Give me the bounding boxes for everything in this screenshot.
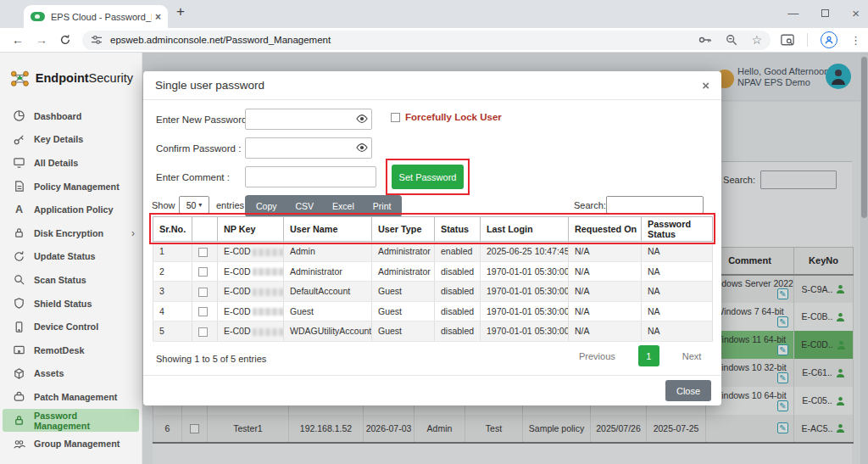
dashboard-icon xyxy=(13,109,25,122)
url-text: epsweb.adminconsole.net/Password_Managem… xyxy=(110,35,698,45)
np-key-redacted xyxy=(253,308,284,316)
brand: EndpointSecurity xyxy=(0,53,142,98)
back-button[interactable]: ← xyxy=(12,33,24,47)
excel-button[interactable]: Excel xyxy=(323,201,364,211)
window-close-button[interactable]: × xyxy=(852,6,860,20)
search-icon xyxy=(13,273,25,286)
remote-desktop-icon xyxy=(13,344,25,356)
row-checkbox[interactable] xyxy=(198,248,208,257)
sidebar-item-group-management[interactable]: Group Management xyxy=(0,432,142,456)
page: EndpointSecurity Dashboard Key Details A… xyxy=(0,53,868,464)
password-key-icon[interactable] xyxy=(698,35,712,45)
bookmark-star-icon[interactable]: ☆ xyxy=(751,34,762,46)
modal-search-label: Search: xyxy=(574,200,606,210)
cube-icon xyxy=(13,367,25,380)
browser-tab[interactable]: EPS Cloud - Password_Manage × xyxy=(24,5,168,28)
profile-avatar-icon[interactable] xyxy=(821,31,837,48)
letter-a-icon: A xyxy=(13,204,25,215)
browser-menu-icon[interactable]: ⋮ xyxy=(850,34,861,47)
entries-label: entries xyxy=(216,200,244,210)
show-password-icon[interactable] xyxy=(356,114,368,124)
sidebar-item-update-status[interactable]: Update Status xyxy=(0,245,142,269)
new-password-label: Enter New Password : xyxy=(156,115,253,125)
sidebar-item-scan-status[interactable]: Scan Status xyxy=(0,268,142,292)
comment-label: Enter Comment : xyxy=(156,172,230,182)
comment-input[interactable] xyxy=(245,166,376,187)
window-minimize-button[interactable]: — xyxy=(787,7,798,20)
modal-header: Single user password × xyxy=(143,71,721,100)
modal-body: Enter New Password : Forcefully Lock Use… xyxy=(143,100,721,375)
sidebar-item-shield-status[interactable]: Shield Status xyxy=(0,292,142,316)
sidebar-item-device-control[interactable]: Device Control xyxy=(0,315,142,338)
address-bar[interactable]: epsweb.adminconsole.net/Password_Managem… xyxy=(82,31,771,50)
sidebar-nav: Dashboard Key Details All Details Policy… xyxy=(0,104,142,456)
forcefully-lock-label: Forcefully Lock User xyxy=(405,112,502,122)
previous-button[interactable]: Previous xyxy=(579,351,615,361)
lock-icon xyxy=(13,226,25,239)
copy-button[interactable]: Copy xyxy=(247,201,287,211)
row-checkbox[interactable] xyxy=(198,307,208,316)
sidebar-item-disk-encryption[interactable]: Disk Encryption › xyxy=(0,221,142,245)
sidebar-item-assets[interactable]: Assets xyxy=(0,362,142,386)
table-row: 2 E-C0D Administrator Administrator disa… xyxy=(153,261,713,282)
single-user-password-modal: Single user password × Enter New Passwor… xyxy=(143,71,721,405)
confirm-password-label: Confirm Password : xyxy=(156,143,241,154)
sidebar-item-application-policy[interactable]: A Application Policy xyxy=(0,198,142,221)
sidebar-item-dashboard[interactable]: Dashboard xyxy=(0,104,142,128)
csv-button[interactable]: CSV xyxy=(287,201,324,211)
next-button[interactable]: Next xyxy=(682,351,702,361)
np-key-redacted xyxy=(253,268,284,276)
document-icon xyxy=(13,180,25,193)
page-1-button[interactable]: 1 xyxy=(638,345,659,366)
monitor-icon xyxy=(13,156,25,169)
annotation-box-set-password xyxy=(386,159,470,195)
sidebar: EndpointSecurity Dashboard Key Details A… xyxy=(0,53,142,464)
close-button[interactable]: Close xyxy=(665,380,711,401)
show-label: Show xyxy=(152,200,175,210)
patch-icon xyxy=(13,390,25,403)
sidebar-item-key-details[interactable]: Key Details xyxy=(0,128,142,152)
modal-footer: Close xyxy=(143,375,721,405)
sidebar-item-remotdesk[interactable]: RemotDesk xyxy=(0,338,142,362)
device-icon xyxy=(13,321,25,333)
new-tab-button[interactable]: + xyxy=(176,3,185,20)
tab-favicon-icon xyxy=(31,12,45,21)
browser-toolbar: ← → epsweb.adminconsole.net/Password_Man… xyxy=(0,28,868,53)
np-key-redacted xyxy=(253,249,284,256)
print-button[interactable]: Print xyxy=(364,201,401,211)
padlock-icon xyxy=(13,414,25,427)
forward-button[interactable]: → xyxy=(36,33,47,47)
search-tabs-icon[interactable] xyxy=(781,34,794,46)
key-icon xyxy=(13,133,25,146)
new-password-input[interactable] xyxy=(245,109,372,130)
show-password-icon[interactable] xyxy=(356,143,368,153)
table-row: 3 E-C0D DefaultAccount Guest disabled 19… xyxy=(153,282,713,302)
row-checkbox[interactable] xyxy=(198,267,208,277)
row-checkbox[interactable] xyxy=(198,288,208,297)
refresh-icon xyxy=(13,250,25,263)
modal-title: Single user password xyxy=(155,79,264,92)
modal-pagination: Previous 1 Next xyxy=(579,345,701,366)
row-checkbox[interactable] xyxy=(198,327,208,337)
window-maximize-button[interactable] xyxy=(821,9,829,17)
table-row: 5 E-C0D WDAGUtilityAccount Guest disable… xyxy=(153,321,713,342)
modal-search-input[interactable] xyxy=(606,196,704,214)
tab-close-icon[interactable]: × xyxy=(155,11,161,23)
sidebar-item-policy-management[interactable]: Policy Management xyxy=(0,175,142,198)
sidebar-item-patch-management[interactable]: Patch Management xyxy=(0,385,142,409)
modal-showing-entries: Showing 1 to 5 of 5 entries xyxy=(156,354,266,364)
tab-title: EPS Cloud - Password_Manage xyxy=(51,12,152,22)
forcefully-lock-checkbox[interactable] xyxy=(391,113,400,122)
site-info-icon[interactable] xyxy=(91,35,103,45)
reload-button[interactable] xyxy=(59,34,71,46)
sidebar-item-password-management[interactable]: Password Management xyxy=(3,409,139,433)
confirm-password-input[interactable] xyxy=(245,137,372,159)
page-size-select[interactable]: 50▾ xyxy=(179,196,209,214)
screen: EPS Cloud - Password_Manage × + — × ← → … xyxy=(0,0,868,464)
modal-close-icon[interactable]: × xyxy=(702,79,709,92)
table-row: 1 E-C0D Admin Administrator enabled 2025… xyxy=(153,242,713,262)
sidebar-item-all-details[interactable]: All Details xyxy=(0,151,142,175)
zoom-out-icon[interactable] xyxy=(726,34,737,46)
np-key-redacted xyxy=(253,288,284,296)
np-key-redacted xyxy=(253,328,284,336)
